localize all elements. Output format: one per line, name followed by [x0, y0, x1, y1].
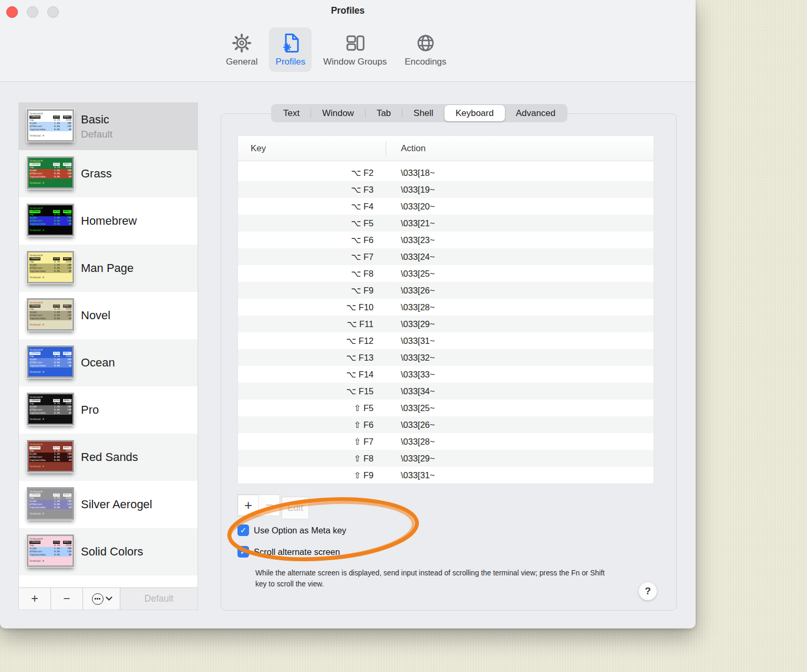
profile-list-sidebar: Terminal#COMMAND%CPURPRVTtop4.1%231KXcod…	[18, 102, 198, 610]
checkbox-checked[interactable]: ✓	[237, 546, 249, 558]
tab-window[interactable]: Window	[311, 105, 365, 121]
key-cell: ⌥ F15	[238, 386, 386, 396]
table-controls: + − Edit	[237, 495, 280, 516]
profile-name: Solid Colors	[81, 545, 143, 559]
profile-list-item-basic[interactable]: Terminal#COMMAND%CPURPRVTtop4.1%231KXcod…	[19, 103, 198, 150]
profile-name: Grass	[81, 167, 112, 181]
tab-keyboard[interactable]: Keyboard	[444, 105, 505, 121]
key-mapping-row[interactable]: ⌥ F5 \033[21~	[238, 215, 654, 232]
add-profile-button[interactable]: +	[19, 588, 51, 610]
key-cell: ⌥ F10	[238, 302, 386, 312]
profile-list-item-man-page[interactable]: Terminal#COMMAND%CPURPRVTtop4.1%231KXcod…	[19, 245, 198, 292]
tab-advanced[interactable]: Advanced	[505, 105, 567, 121]
key-mapping-row[interactable]: ⌥ F14 \033[33~	[238, 366, 654, 383]
profile-thumbnail: Terminal#COMMAND%CPURPRVTtop4.1%231KXcod…	[26, 156, 75, 190]
checkbox-checked[interactable]: ✓	[237, 524, 249, 536]
key-cell: ⌥ F5	[238, 218, 386, 228]
key-mapping-row[interactable]: ⇧ F7 \033[28~	[238, 433, 654, 450]
more-options-button[interactable]	[83, 588, 120, 610]
globe-icon	[414, 32, 437, 55]
terminal-preferences-window: Profiles General Profiles Window Groups	[0, 0, 696, 628]
tab-shell[interactable]: Shell	[402, 105, 444, 121]
profile-name: Basic	[81, 113, 112, 127]
set-default-button[interactable]: Default	[120, 588, 198, 610]
column-divider[interactable]	[386, 141, 386, 156]
key-mapping-row[interactable]: ⌥ F12 \033[31~	[238, 332, 654, 349]
profile-list-item-grass[interactable]: Terminal#COMMAND%CPURPRVTtop4.1%231KXcod…	[19, 150, 198, 197]
action-cell: \033[21~	[386, 218, 435, 228]
option-row-use-option-as-meta-key: ✓ Use Option as Meta key	[237, 524, 346, 536]
action-cell: \033[31~	[386, 336, 435, 346]
profile-thumbnail: Terminal#COMMAND%CPURPRVTtop4.1%231KXcod…	[26, 487, 75, 520]
key-mapping-row[interactable]: ⌥ F8 \033[25~	[238, 265, 654, 282]
remove-key-button[interactable]: −	[258, 495, 280, 516]
key-mapping-row[interactable]: ⌥ F11 \033[29~	[238, 316, 654, 332]
key-mapping-row[interactable]: ⇧ F8 \033[29~	[238, 450, 654, 467]
alternate-screen-description: While the alternate screen is displayed,…	[255, 568, 605, 590]
profile-name: Man Page	[81, 261, 133, 275]
key-mapping-row[interactable]: ⌥ F6 \033[23~	[238, 232, 654, 248]
profile-list-item-silver-aerogel[interactable]: Terminal#COMMAND%CPURPRVTtop4.1%231KXcod…	[19, 481, 198, 528]
edit-key-button[interactable]: Edit	[282, 497, 309, 519]
profile-list-item-novel[interactable]: Terminal#COMMAND%CPURPRVTtop4.1%231KXcod…	[19, 292, 198, 339]
key-mapping-row[interactable]: ⌥ F3 \033[19~	[238, 181, 654, 198]
key-mapping-row[interactable]: ⌥ F7 \033[24~	[238, 248, 654, 265]
profile-thumbnail: Terminal#COMMAND%CPURPRVTtop4.1%231KXcod…	[26, 439, 75, 473]
key-mapping-row[interactable]: ⌥ F15 \033[34~	[238, 383, 654, 400]
key-cell: ⌥ F8	[238, 269, 386, 279]
key-cell: ⌥ F2	[238, 168, 386, 178]
action-cell: \033[26~	[386, 286, 435, 296]
profile-list-item-red-sands[interactable]: Terminal#COMMAND%CPURPRVTtop4.1%231KXcod…	[19, 434, 198, 481]
action-cell: \033[34~	[386, 386, 435, 396]
add-key-button[interactable]: +	[237, 495, 259, 516]
window-groups-icon	[344, 32, 367, 55]
profile-thumbnail: Terminal#COMMAND%CPURPRVTtop4.1%231KXcod…	[26, 250, 75, 284]
key-cell: ⌥ F9	[238, 286, 386, 296]
toolbar-item-profiles[interactable]: Profiles	[270, 27, 312, 72]
profile-thumbnail: Terminal#COMMAND%CPURPRVTtop4.1%231KXcod…	[26, 203, 75, 237]
key-cell: ⌥ F6	[238, 235, 386, 245]
action-cell: \033[23~	[386, 235, 435, 245]
action-cell: \033[31~	[386, 470, 435, 480]
key-mapping-row[interactable]: ⌥ F13 \033[32~	[238, 349, 654, 366]
preferences-toolbar: General Profiles Window Groups Encodings	[220, 27, 453, 72]
profile-list-item-solid-colors[interactable]: Terminal#COMMAND%CPURPRVTtop4.1%231KXcod…	[19, 528, 198, 575]
key-mapping-row[interactable]: ⌥ F10 \033[28~	[238, 299, 654, 316]
tab-tab[interactable]: Tab	[366, 105, 402, 121]
tab-text[interactable]: Text	[272, 105, 311, 121]
action-cell: \033[28~	[386, 437, 435, 447]
profile-default-badge: Default	[81, 129, 112, 140]
key-mapping-row[interactable]: ⌥ F9 \033[26~	[238, 282, 654, 299]
profile-list-item-homebrew[interactable]: Terminal#COMMAND%CPURPRVTtop4.1%231KXcod…	[19, 197, 198, 245]
key-cell: ⌥ F14	[238, 370, 386, 380]
profile-name: Ocean	[81, 356, 115, 370]
toolbar-item-window-groups[interactable]: Window Groups	[317, 27, 393, 72]
remove-profile-button[interactable]: −	[51, 588, 83, 610]
chevron-down-icon	[106, 594, 112, 601]
titlebar: Profiles General Profiles Window Groups	[0, 0, 696, 82]
key-mapping-row[interactable]: ⌥ F2 \033[18~	[238, 164, 654, 181]
key-mapping-row[interactable]: ⇧ F9 \033[31~	[238, 467, 654, 484]
key-cell: ⇧ F7	[238, 437, 386, 447]
profile-name: Red Sands	[81, 450, 138, 464]
key-mapping-row[interactable]: ⇧ F5 \033[25~	[238, 400, 654, 416]
key-cell: ⌥ F11	[238, 319, 386, 329]
toolbar-item-general[interactable]: General	[220, 27, 264, 72]
profile-thumbnail: Terminal#COMMAND%CPURPRVTtop4.1%231KXcod…	[26, 109, 75, 142]
toolbar-item-encodings[interactable]: Encodings	[398, 27, 452, 72]
key-mapping-table: Key Action ⌥ F2 \033[18~ ⌥ F3 \033[19~ ⌥…	[237, 135, 654, 484]
action-cell: \033[32~	[386, 353, 435, 363]
help-button[interactable]: ?	[638, 582, 657, 601]
profile-list: Terminal#COMMAND%CPURPRVTtop4.1%231KXcod…	[19, 103, 198, 575]
document-gear-icon	[279, 32, 302, 55]
action-cell: \033[29~	[386, 319, 435, 329]
column-header-key: Key	[238, 143, 386, 154]
gear-icon	[230, 32, 253, 55]
key-mapping-row[interactable]: ⌥ F4 \033[20~	[238, 198, 654, 215]
profile-name: Homebrew	[81, 214, 137, 228]
action-cell: \033[24~	[386, 252, 435, 262]
key-cell: ⌥ F7	[238, 252, 386, 262]
profile-list-item-ocean[interactable]: Terminal#COMMAND%CPURPRVTtop4.1%231KXcod…	[19, 339, 198, 386]
profile-list-item-pro[interactable]: Terminal#COMMAND%CPURPRVTtop4.1%231KXcod…	[19, 386, 198, 434]
key-mapping-row[interactable]: ⇧ F6 \033[26~	[238, 416, 654, 433]
